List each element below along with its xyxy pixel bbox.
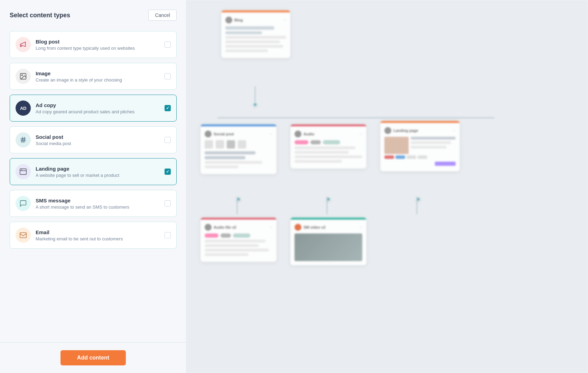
item-icon-ad-copy: AD (16, 101, 31, 116)
item-title-sms-message: SMS message (36, 198, 165, 203)
item-desc-landing-page: A website page to sell or market a produ… (36, 173, 165, 178)
svg-line-4 (22, 137, 22, 143)
content-item-social-post[interactable]: Social post Social media post (10, 126, 177, 153)
checkbox-landing-page[interactable] (165, 169, 171, 175)
content-type-list: Blog post Long from content type typical… (0, 28, 186, 342)
item-desc-email: Marketing email to be sent out to custom… (36, 236, 165, 241)
canvas-card-audio: Audio ··· (290, 124, 366, 169)
checkbox-sms-message[interactable] (165, 200, 171, 207)
item-text-blog-post: Blog post Long from content type typical… (36, 39, 165, 51)
item-title-email: Email (36, 229, 165, 235)
item-icon-image (16, 69, 31, 84)
canvas-card-landing: Landing page ··· (380, 121, 460, 171)
content-item-email[interactable]: Email Marketing email to be sent out to … (10, 222, 177, 249)
canvas-card-audio-file: Audio file v2 ··· (200, 218, 277, 262)
svg-point-1 (21, 75, 22, 76)
canvas-card-social: Social post ··· (200, 124, 277, 174)
item-desc-social-post: Social media post (36, 141, 165, 146)
panel-header: Select content types Cancel (0, 0, 186, 28)
item-text-image: Image Create an image in a style of your… (36, 70, 165, 83)
item-desc-sms-message: A short message to send an SMS to custom… (36, 204, 165, 210)
item-desc-image: Create an image in a style of your choos… (36, 77, 165, 83)
svg-rect-6 (20, 169, 26, 175)
content-item-sms-message[interactable]: SMS message A short message to send an S… (10, 190, 177, 217)
canvas-card-blog: Blog ··· (221, 10, 290, 58)
svg-line-5 (24, 137, 25, 143)
item-text-landing-page: Landing page A website page to sell or m… (36, 166, 165, 178)
add-content-button[interactable]: Add content (60, 350, 126, 365)
checkbox-image[interactable] (165, 73, 171, 79)
item-text-ad-copy: Ad copy Ad copy geared around product sa… (36, 102, 165, 114)
item-icon-sms-message (16, 196, 31, 211)
item-title-landing-page: Landing page (36, 166, 165, 172)
item-text-sms-message: SMS message A short message to send an S… (36, 198, 165, 210)
item-icon-blog-post (16, 37, 31, 52)
content-type-panel: Select content types Cancel Blog post Lo… (0, 0, 187, 373)
item-title-ad-copy: Ad copy (36, 102, 165, 108)
checkbox-email[interactable] (165, 232, 171, 238)
panel-title: Select content types (10, 12, 70, 19)
content-item-blog-post[interactable]: Blog post Long from content type typical… (10, 31, 177, 58)
checkbox-blog-post[interactable] (165, 41, 171, 48)
cancel-button[interactable]: Cancel (148, 10, 177, 21)
item-icon-social-post (16, 132, 31, 147)
panel-footer: Add content (0, 342, 186, 373)
canvas-card-sm-video: SM video v2 ··· (290, 218, 366, 265)
item-text-email: Email Marketing email to be sent out to … (36, 229, 165, 241)
item-icon-email (16, 228, 31, 243)
content-item-ad-copy[interactable]: AD Ad copy Ad copy geared around product… (10, 95, 177, 122)
checkbox-ad-copy[interactable] (165, 105, 171, 111)
item-icon-landing-page (16, 164, 31, 179)
content-item-image[interactable]: Image Create an image in a style of your… (10, 63, 177, 90)
svg-rect-9 (20, 233, 26, 238)
content-item-landing-page[interactable]: Landing page A website page to sell or m… (10, 158, 177, 185)
canvas-background: Blog ··· Social post ··· (187, 0, 588, 373)
item-title-social-post: Social post (36, 134, 165, 140)
item-title-blog-post: Blog post (36, 39, 165, 45)
item-text-social-post: Social post Social media post (36, 134, 165, 146)
item-desc-ad-copy: Ad copy geared around product sales and … (36, 109, 165, 114)
item-desc-blog-post: Long from content type typically used on… (36, 46, 165, 51)
item-title-image: Image (36, 70, 165, 76)
checkbox-social-post[interactable] (165, 137, 171, 143)
